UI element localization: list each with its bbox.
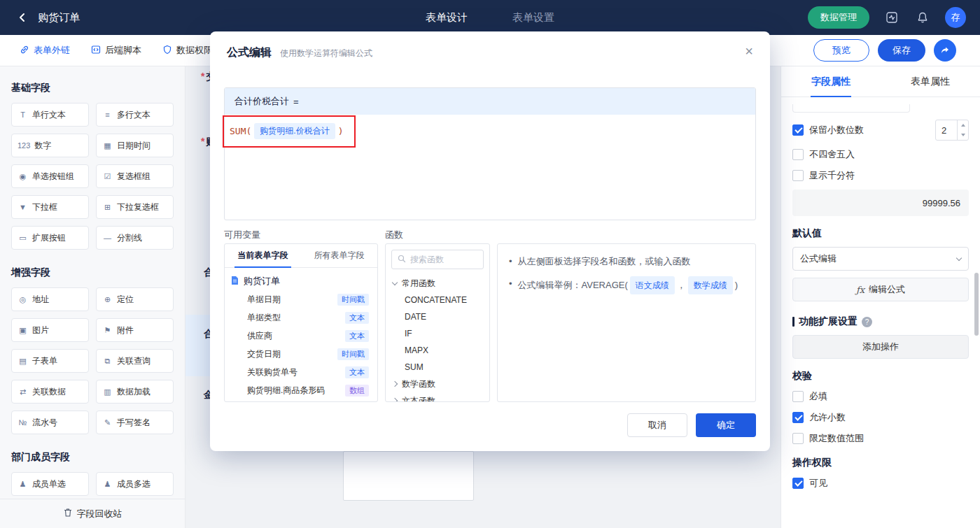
chevron-right-icon (392, 381, 398, 387)
allow-decimal-option: 允许小数 (792, 411, 969, 424)
visible-checkbox[interactable] (792, 478, 804, 489)
tab-field-properties[interactable]: 字段属性 (781, 66, 881, 97)
field-palette-item[interactable]: № 流水号 (11, 411, 89, 434)
share-icon[interactable] (934, 39, 956, 62)
field-palette-label: 图片 (32, 324, 49, 336)
formula-editor[interactable]: 合计价税合计 = (224, 87, 756, 220)
thousand-separator-checkbox[interactable] (792, 170, 804, 181)
field-palette-item[interactable]: ⚑ 附件 (96, 318, 174, 342)
section-title-enhanced: 增强字段 (11, 266, 174, 279)
field-palette-item[interactable]: T 单行文本 (11, 103, 89, 127)
tab-form-settings[interactable]: 表单设置 (512, 11, 554, 24)
no-rounding-checkbox[interactable] (792, 149, 804, 160)
backend-script-item[interactable]: 后端脚本 (91, 44, 141, 57)
field-palette-item[interactable]: ▼ 下拉框 (11, 195, 89, 219)
field-type-icon: ☑ (102, 172, 113, 181)
field-type-icon: T (18, 110, 28, 119)
field-palette-item[interactable]: ☑ 复选框组 (96, 164, 174, 188)
add-action-button[interactable]: 添加操作 (792, 335, 969, 359)
field-type-icon: ⧉ (102, 357, 113, 366)
range-limit-checkbox[interactable] (792, 433, 804, 444)
form-doc-icon (230, 276, 239, 287)
link-icon (20, 45, 29, 57)
close-icon[interactable]: × (739, 41, 759, 61)
workflow-icon[interactable] (883, 9, 900, 26)
field-palette-item[interactable]: ▭ 扩展按钮 (11, 226, 89, 250)
stepper-down-icon[interactable] (958, 130, 968, 140)
help-icon[interactable]: ? (862, 317, 872, 327)
function-item[interactable]: SUM (393, 359, 482, 376)
field-palette-item[interactable]: ◉ 单选按钮组 (11, 164, 89, 188)
field-palette-item[interactable]: ✎ 手写签名 (96, 411, 174, 434)
function-item[interactable]: MAPX (393, 342, 482, 359)
field-palette-item[interactable]: ♟ 成员单选 (11, 472, 89, 496)
variable-field-row[interactable]: 交货日期 时间戳 (230, 345, 372, 363)
field-palette-item[interactable]: ― 分割线 (96, 226, 174, 250)
confirm-button[interactable]: 确定 (696, 413, 756, 437)
field-type-icon: ▥ (102, 387, 113, 397)
variable-field-row[interactable]: 购货明细.商品条形码 数组 (230, 381, 372, 399)
save-button[interactable]: 保存 (878, 39, 925, 62)
field-palette-item[interactable]: ⊞ 下拉复选框 (96, 195, 174, 219)
field-palette-item[interactable]: ▤ 子表单 (11, 349, 89, 373)
topbar: 购货订单 表单设计 表单设置 数据管理 存 (0, 0, 980, 35)
field-type-icon: ⊞ (102, 203, 113, 212)
tab-current-form-fields[interactable]: 当前表单字段 (225, 244, 301, 267)
variable-field-row[interactable]: 供应商 文本 (230, 327, 372, 345)
decimal-places-checkbox[interactable] (792, 124, 804, 136)
function-search-input[interactable]: 搜索函数 (391, 250, 484, 269)
chevron-right-icon (392, 398, 398, 402)
field-palette-item[interactable]: ⇄ 关联数据 (11, 380, 89, 404)
stepper-up-icon[interactable] (958, 120, 968, 130)
variable-field-row[interactable]: 单据类型 文本 (230, 308, 372, 327)
field-type-icon: 123 (18, 141, 30, 150)
formula-expression[interactable]: SUM( 购货明细.价税合计 ) (230, 123, 343, 139)
function-item[interactable]: DATE (393, 308, 482, 325)
field-palette-item[interactable]: 123 数字 (11, 134, 89, 157)
function-item[interactable]: IF (393, 325, 482, 342)
field-palette-item[interactable]: ♟ 成员多选 (96, 472, 174, 496)
variable-field-row[interactable]: 单据日期 时间戳 (230, 290, 372, 308)
field-palette-item[interactable]: ▣ 图片 (11, 318, 89, 342)
field-recycle-bin[interactable]: 字段回收站 (0, 499, 185, 528)
field-palette-item[interactable]: ≡ 多行文本 (96, 103, 174, 127)
avatar[interactable]: 存 (945, 7, 966, 28)
field-palette-item[interactable]: ⊕ 定位 (96, 287, 174, 311)
field-type-icon: ▭ (18, 234, 28, 243)
function-group-math[interactable]: 数学函数 (393, 376, 482, 392)
data-permission-item[interactable]: 数据权限 (162, 44, 213, 57)
panel-scrollbar[interactable] (974, 273, 979, 336)
field-palette-item[interactable]: ▦ 日期时间 (96, 134, 174, 157)
edit-formula-button[interactable]: ƒx 编辑公式 (792, 278, 969, 301)
field-type-badge: 时间戳 (337, 294, 369, 306)
field-palette-item[interactable]: ◎ 地址 (11, 287, 89, 311)
required-checkbox[interactable] (792, 391, 804, 402)
function-group-text[interactable]: 文本函数 (393, 392, 482, 402)
preview-button[interactable]: 预览 (813, 39, 869, 62)
form-external-link-item[interactable]: 表单外链 (20, 44, 70, 57)
field-palette-item[interactable]: ⧉ 关联查询 (96, 349, 174, 373)
field-type-badge: 时间戳 (337, 348, 369, 360)
tab-form-properties[interactable]: 表单属性 (881, 66, 980, 97)
decimal-places-stepper[interactable]: 2 (935, 120, 969, 141)
field-type-icon: ⇄ (18, 387, 28, 397)
formula-field-chip[interactable]: 购货明细.价税合计 (254, 123, 335, 139)
extension-settings-title: 功能扩展设置 ? (792, 315, 969, 328)
field-type-icon: ≡ (102, 110, 113, 119)
default-value-select[interactable]: 公式编辑 (792, 247, 969, 271)
canvas-form-field[interactable] (343, 451, 474, 501)
function-item[interactable]: CONCATENATE (393, 292, 482, 308)
variable-field-row[interactable]: 关联购货单号 文本 (230, 363, 372, 381)
variables-root-node[interactable]: 购货订单 (230, 272, 372, 290)
field-palette-item[interactable]: ▥ 数据加载 (96, 380, 174, 404)
data-manage-button[interactable]: 数据管理 (808, 6, 869, 29)
bell-icon[interactable] (914, 9, 931, 26)
function-group-common[interactable]: 常用函数 (393, 275, 482, 292)
cancel-button[interactable]: 取消 (627, 413, 687, 437)
back-icon[interactable] (14, 9, 31, 26)
variable-field-label: 交货日期 (247, 348, 337, 360)
tab-form-design[interactable]: 表单设计 (426, 11, 468, 24)
allow-decimal-checkbox[interactable] (792, 412, 804, 423)
formula-help-panel: 从左侧面板选择字段名和函数，或输入函数 公式编辑举例：AVERAGE( 语文成绩… (497, 243, 756, 402)
tab-all-form-fields[interactable]: 所有表单字段 (301, 244, 377, 267)
